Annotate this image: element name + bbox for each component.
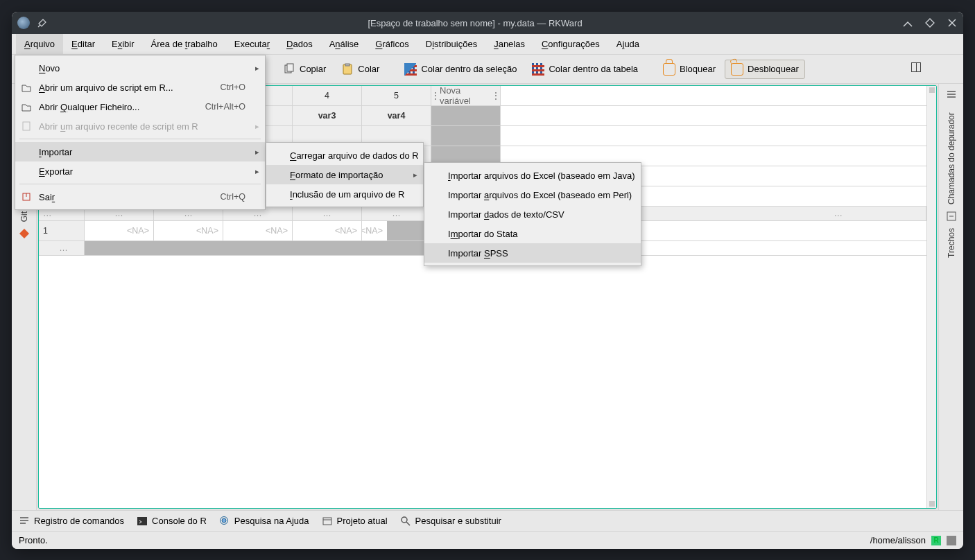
paste-button[interactable]: Colar xyxy=(335,60,386,79)
r-console-button[interactable]: Console do R xyxy=(137,516,207,527)
svg-rect-1 xyxy=(287,64,293,71)
paste-table-label: Colar dentro da tabela xyxy=(549,64,638,74)
menu-editar[interactable]: Editar xyxy=(63,34,103,54)
mi-excel-java[interactable]: Importar arquivos do Excel (baseado em J… xyxy=(424,166,641,185)
format-submenu: Importar arquivos do Excel (baseado em J… xyxy=(424,162,641,266)
grid-icon xyxy=(532,63,544,76)
vertical-scrollbar[interactable] xyxy=(926,86,936,508)
lock-label: Bloquear xyxy=(680,64,716,74)
row-1[interactable]: 1 xyxy=(39,221,85,240)
new-var-col[interactable]: ⋮Nova variável⋮ xyxy=(431,86,501,105)
command-log-button[interactable]: Registro de comandos xyxy=(19,516,124,527)
mi-spss[interactable]: Importar SPSS xyxy=(424,243,641,263)
help-search-button[interactable]: Pesquisa na Ajuda xyxy=(219,516,309,527)
copy-label: Copiar xyxy=(300,64,326,74)
svg-point-8 xyxy=(222,518,226,523)
right-rail: Chamadas do depurador Trechos xyxy=(938,84,963,510)
rail-trechos[interactable]: Trechos xyxy=(947,225,956,261)
grid-icon xyxy=(404,63,417,76)
mi-include-r[interactable]: Inclusão de um arquivo de R xyxy=(266,184,423,204)
menu-area-trabalho[interactable]: Área de trabalho xyxy=(143,34,226,54)
copy-button[interactable]: Copiar xyxy=(277,60,332,79)
import-submenu: Carregar arquivo de dados do R Formato d… xyxy=(266,142,424,207)
maximize-icon[interactable] xyxy=(924,17,935,28)
menu-dados[interactable]: Dados xyxy=(278,34,321,54)
mi-import-format[interactable]: Formato de importação▸ xyxy=(266,165,423,184)
mi-open-any[interactable]: Abrir Qualquer Ficheiro... Ctrl+Alt+O xyxy=(15,97,265,116)
r-status-icon: R xyxy=(931,536,941,545)
splitter-icon[interactable] xyxy=(911,62,921,72)
statusbar: Pronto. /home/alisson R xyxy=(12,531,963,549)
unlock-button[interactable]: Desbloquear xyxy=(725,60,805,79)
paste-selection-button[interactable]: Colar dentro da seleção xyxy=(398,60,523,79)
menu-arquivo[interactable]: Arquivo xyxy=(16,34,63,54)
svg-rect-7 xyxy=(137,517,147,525)
col-num-5[interactable]: 5 xyxy=(362,86,431,105)
menu-exibir[interactable]: Exibir xyxy=(103,34,143,54)
mi-import[interactable]: Importar▸ xyxy=(15,142,265,161)
lock-icon xyxy=(663,63,675,76)
status-path: /home/alisson xyxy=(870,535,926,545)
minimize-icon[interactable] xyxy=(902,17,913,28)
svg-rect-3 xyxy=(345,64,350,66)
paste-table-button[interactable]: Colar dentro da tabela xyxy=(526,60,644,79)
window-title: [Espaço de trabalho sem nome] - my.data … xyxy=(48,18,902,28)
titlebar: [Espaço de trabalho sem nome] - my.data … xyxy=(12,12,963,34)
svg-point-11 xyxy=(402,517,407,523)
rail-debugger[interactable]: Chamadas do depurador xyxy=(947,103,956,207)
mi-novo[interactable]: Novo▸ xyxy=(15,58,265,78)
menu-distribuicoes[interactable]: Distribuições xyxy=(417,34,485,54)
current-project-button[interactable]: Projeto atual xyxy=(322,516,388,527)
var3-header[interactable]: var3 xyxy=(293,106,362,125)
mi-stata[interactable]: Importar do Stata xyxy=(424,224,641,243)
col-num-4[interactable]: 4 xyxy=(293,86,362,105)
unlock-label: Desbloquear xyxy=(748,64,799,74)
unlock-icon xyxy=(731,63,743,76)
file-menu: Novo▸ Abrir um arquivo de script em R...… xyxy=(15,55,266,210)
menubar: Arquivo Editar Exibir Área de trabalho E… xyxy=(12,34,963,55)
close-icon[interactable] xyxy=(947,17,958,28)
rail-git[interactable]: Git xyxy=(19,209,29,225)
var4-header[interactable]: var4 xyxy=(362,106,431,125)
mi-export[interactable]: Exportar▸ xyxy=(15,161,265,181)
pin-icon[interactable] xyxy=(37,17,48,28)
app-icon xyxy=(17,17,30,29)
bottom-toolbar: Registro de comandos Console do R Pesqui… xyxy=(12,510,963,531)
menu-configuracoes[interactable]: Configurações xyxy=(533,34,608,54)
menu-janelas[interactable]: Janelas xyxy=(485,34,533,54)
menu-analise[interactable]: Análise xyxy=(321,34,368,54)
search-replace-button[interactable]: Pesquisar e substituir xyxy=(400,516,501,527)
mi-exit[interactable]: Sair Ctrl+Q xyxy=(15,187,265,207)
menu-graficos[interactable]: Gráficos xyxy=(367,34,417,54)
stack-icon[interactable] xyxy=(945,88,958,100)
stop-icon[interactable] xyxy=(947,536,956,545)
git-icon[interactable] xyxy=(18,227,31,240)
svg-rect-12 xyxy=(23,122,30,130)
mi-open-script[interactable]: Abrir um arquivo de script em R... Ctrl+… xyxy=(15,78,265,97)
lock-button[interactable]: Bloquear xyxy=(657,60,722,79)
svg-rect-10 xyxy=(323,518,331,525)
mi-open-recent: Abrir um arquivo recente de script em R … xyxy=(15,116,265,136)
mi-load-r[interactable]: Carregar arquivo de dados do R xyxy=(266,146,423,165)
paste-selection-label: Colar dentro da seleção xyxy=(421,64,517,74)
menu-ajuda[interactable]: Ajuda xyxy=(608,34,648,54)
mi-excel-perl[interactable]: Importar arquivos do Excel (baseado em P… xyxy=(424,185,641,204)
paste-label: Colar xyxy=(358,64,379,74)
mi-csv[interactable]: Importar dados de texto/CSV xyxy=(424,204,641,224)
snippet-icon[interactable] xyxy=(945,210,958,222)
menu-executar[interactable]: Executar xyxy=(226,34,278,54)
app-window: [Espaço de trabalho sem nome] - my.data … xyxy=(12,12,963,549)
status-text: Pronto. xyxy=(19,535,48,545)
